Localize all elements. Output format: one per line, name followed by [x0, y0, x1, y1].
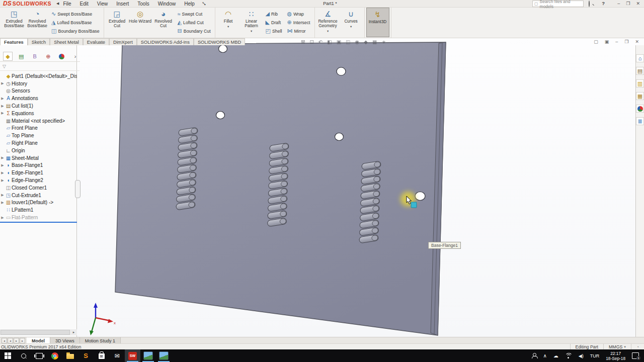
- tab-evaluate[interactable]: Evaluate: [83, 38, 109, 45]
- scrollbar-right-arrow[interactable]: ▸: [70, 329, 77, 335]
- expand-arrow-icon[interactable]: ▶: [0, 201, 5, 205]
- restore-button[interactable]: ❐: [626, 1, 630, 6]
- wifi-icon[interactable]: [565, 353, 572, 358]
- show-hidden-icons[interactable]: ∧: [543, 353, 547, 358]
- revolved-boss-base-button[interactable]: ◔Revolved Boss/Base: [26, 8, 49, 37]
- lofted-cut-button[interactable]: ◭Lofted Cut: [175, 18, 213, 27]
- tab-nav-arrow-0[interactable]: ◂: [2, 338, 7, 343]
- doc-restore-button[interactable]: ❐: [624, 39, 628, 44]
- selection-handle[interactable]: [411, 202, 417, 208]
- boundary-boss-base-button[interactable]: ◫Boundary Boss/Base: [49, 27, 102, 35]
- tree-item-sensors[interactable]: ◎Sensors: [0, 87, 77, 95]
- tab-nav-arrow-1[interactable]: ◂: [8, 338, 13, 343]
- hole-4[interactable]: [335, 133, 344, 141]
- edit-appearance-icon[interactable]: ◆: [364, 39, 368, 46]
- chevron-down-icon[interactable]: ▾: [251, 29, 252, 33]
- shell-button[interactable]: ◰Shell: [263, 27, 285, 35]
- hole-2[interactable]: [337, 67, 346, 75]
- hole-5[interactable]: [415, 192, 425, 201]
- menu-view[interactable]: View: [97, 1, 108, 7]
- menu-file[interactable]: File: [63, 1, 71, 7]
- tree-item-front-plane[interactable]: ▱Front Plane: [0, 125, 77, 132]
- chevron-down-icon[interactable]: ▾: [350, 25, 352, 29]
- tree-horizontal-scrollbar[interactable]: ▸: [0, 329, 77, 335]
- clock[interactable]: 22:17 18-Sep-18: [606, 351, 625, 361]
- tree-item-lpattern1[interactable]: ∷LPattern1: [0, 206, 77, 214]
- language-indicator[interactable]: TUR: [590, 353, 600, 358]
- revolved-cut-button[interactable]: ◕Revolved Cut: [152, 8, 175, 37]
- scrollbar-thumb[interactable]: [1, 330, 70, 335]
- extruded-cut-button[interactable]: ◲Extruded Cut: [106, 8, 129, 37]
- tab-dimxpert[interactable]: DimXpert: [109, 38, 137, 45]
- expand-arrow-icon[interactable]: ▶: [0, 156, 5, 160]
- tree-item-louver1-default-[interactable]: ▶▥louver1(Default) ->: [0, 199, 77, 207]
- file-explorer-taskbar-icon[interactable]: [62, 349, 78, 362]
- tree-item-annotations[interactable]: ▶AAnnotations: [0, 95, 77, 102]
- display-style-icon[interactable]: ◫: [346, 39, 350, 46]
- boundary-cut-button[interactable]: ⊟Boundary Cut: [175, 27, 213, 35]
- view-palette-icon[interactable]: ▦: [636, 92, 644, 100]
- media-app-icon-1[interactable]: [140, 349, 156, 362]
- viewport-canvas[interactable]: x: [77, 38, 635, 337]
- menu-help[interactable]: Help: [184, 1, 195, 7]
- menu-edit[interactable]: Edit: [80, 1, 89, 7]
- onedrive-icon[interactable]: ☁: [553, 353, 558, 358]
- mail-icon[interactable]: ✉: [109, 349, 125, 362]
- chevron-down-icon[interactable]: ▾: [227, 25, 229, 29]
- intersect-button[interactable]: ⊕Intersect: [285, 18, 313, 27]
- tab-features[interactable]: Features: [0, 38, 28, 45]
- media-app-icon-2[interactable]: [156, 349, 172, 362]
- fillet-button[interactable]: ◠Fillet▾: [217, 8, 240, 37]
- tree-item-cut-list-1-[interactable]: ▶▤Cut list(1): [0, 102, 77, 110]
- tab-nav-arrow-3[interactable]: ▸: [20, 338, 25, 343]
- swept-cut-button[interactable]: ≈Swept Cut: [175, 10, 213, 18]
- tab-sheet-metal[interactable]: Sheet Metal: [50, 38, 83, 45]
- tree-item-material-not-specified-[interactable]: ▦Material <not specified>: [0, 117, 77, 125]
- tab-nav-arrow-2[interactable]: ▸: [14, 338, 19, 343]
- view-orientation-icon[interactable]: ▣: [337, 39, 341, 46]
- expand-arrow-icon[interactable]: ▶: [0, 178, 5, 183]
- draft-button[interactable]: ◣Draft: [263, 18, 285, 27]
- view-settings-icon[interactable]: ∗: [381, 39, 385, 46]
- expand-arrow-icon[interactable]: ▶: [0, 81, 5, 85]
- tree-filter[interactable]: ▽: [0, 62, 79, 71]
- reference-geometry-button[interactable]: ∡Reference Geometry▾: [316, 8, 340, 37]
- design-library-icon[interactable]: ▤: [636, 67, 644, 75]
- hole-1[interactable]: [219, 45, 227, 53]
- tree-item-right-plane[interactable]: ▱Right Plane: [0, 139, 77, 147]
- window-menu-icon[interactable]: ▢: [594, 39, 598, 44]
- home-icon[interactable]: ⌂: [636, 54, 644, 62]
- propertymanager-tab[interactable]: ▤: [17, 52, 26, 61]
- action-center-icon[interactable]: 1: [632, 352, 639, 359]
- apply-scene-icon[interactable]: ▦: [372, 39, 377, 46]
- doc-close-button[interactable]: ✕: [635, 39, 639, 44]
- menu-insert[interactable]: Insert: [116, 1, 129, 7]
- expand-arrow-icon[interactable]: ▶: [0, 111, 5, 115]
- manager-tabs-overflow[interactable]: ›: [70, 52, 80, 61]
- zoom-to-area-icon[interactable]: ⊡: [309, 39, 313, 46]
- tree-item-top-plane[interactable]: ▱Top Plane: [0, 132, 77, 139]
- tab-sketch[interactable]: Sketch: [28, 38, 50, 45]
- dimxpertmanager-tab[interactable]: ⊕: [43, 52, 53, 61]
- tree-item-flat-pattern[interactable]: ▶▭Flat-Pattern: [0, 214, 77, 221]
- tree-item-closed-corner1[interactable]: ◫Closed Corner1: [0, 184, 77, 192]
- microsoft-store-icon[interactable]: [94, 349, 109, 362]
- chrome-icon[interactable]: [47, 349, 62, 362]
- curves-button[interactable]: ∪Curves▾: [340, 8, 363, 37]
- close-button[interactable]: ✕: [636, 1, 640, 6]
- pin-icon[interactable]: ⊶: [201, 0, 207, 7]
- chevron-down-icon[interactable]: ▾: [327, 29, 329, 33]
- section-view-icon[interactable]: ◧: [327, 39, 332, 46]
- search-button[interactable]: [16, 349, 31, 362]
- menu-tools[interactable]: Tools: [137, 1, 149, 7]
- expand-arrow-icon[interactable]: ▶: [0, 104, 5, 108]
- menu-window[interactable]: Window: [158, 1, 176, 7]
- volume-icon[interactable]: ◀): [579, 353, 584, 358]
- expand-arrow-icon[interactable]: ▶: [0, 216, 5, 220]
- extruded-boss-base-button[interactable]: ◳Extruded Boss/Base: [3, 8, 26, 37]
- expand-arrow-icon[interactable]: ▶: [0, 163, 5, 167]
- displaymanager-tab[interactable]: [57, 52, 66, 61]
- hole-wizard-button[interactable]: ◎Hole Wizard: [129, 8, 152, 37]
- custom-properties-icon[interactable]: ≣: [636, 117, 644, 125]
- search-icon[interactable]: [589, 1, 595, 6]
